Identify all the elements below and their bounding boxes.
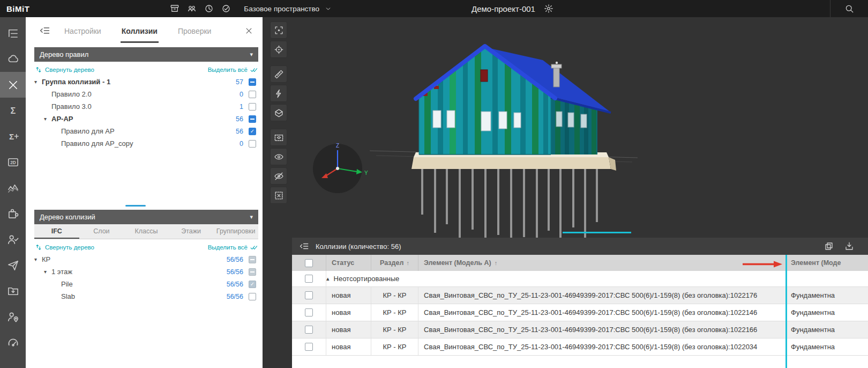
sort-asc-icon: ↑ [495,260,498,266]
search-button[interactable] [842,2,856,16]
node-checkbox[interactable] [249,281,256,288]
node-checkbox[interactable] [249,103,256,111]
team-button[interactable] [185,2,199,16]
rail-collision-button[interactable] [0,72,26,98]
collision-tree-node[interactable]: КР 56/56 [34,253,258,266]
section-bolt-button[interactable] [270,85,287,102]
workspace-label: Базовое пространство [244,5,319,13]
node-count: 56/56 [227,293,243,300]
collisions-tree-tab[interactable]: Группировки [213,224,258,239]
rules-tree-header[interactable]: Дерево правил ▾ [34,47,258,62]
rule-tree-node[interactable]: Правило для АР 56 [34,125,258,137]
collision-tree-node[interactable]: 1 этаж 56/56 [34,266,258,278]
export-button[interactable] [843,240,855,252]
node-checkbox[interactable] [249,293,256,300]
collapse-tree-link[interactable]: Свернуть дерево [35,244,94,251]
collisions-tree-tab[interactable]: Слои [79,224,124,239]
target-button[interactable] [270,41,287,58]
node-checkbox[interactable] [249,268,256,276]
measure-button[interactable] [270,65,287,83]
node-checkbox[interactable] [249,78,256,86]
cell-element-b: Фундаментна [785,321,868,338]
column-element-b[interactable]: Элемент (Моде [785,255,868,271]
select-all-checkbox[interactable] [305,259,313,267]
panel-tab[interactable]: Коллизии [121,19,159,43]
history-button[interactable] [202,2,216,16]
topbar-right [830,0,868,17]
rule-tree-node[interactable]: Правило 3.0 1 [34,100,258,113]
rail-model-tree-button[interactable] [0,20,26,46]
cell-element-a: Свая_Винтовая_СВС_по_ТУ_25-11-23-001-469… [418,287,785,304]
rail-sum-plus-button[interactable] [0,123,26,149]
compare-button[interactable] [823,240,835,252]
group-label: Неотсортированные [334,275,400,283]
rule-tree-node[interactable]: Группа коллизий - 1 57 [34,76,258,88]
collision-tree-node[interactable]: Pile 56/56 [34,278,258,290]
panel-tabs-row: НастройкиКоллизииПроверки [26,17,263,44]
node-label: Pile [61,280,73,288]
collisions-tree-tab[interactable]: Этажи [169,224,214,239]
select-all-link[interactable]: Выделить всё [208,244,257,251]
column-element-a[interactable]: Элемент (Модель А)↑ [418,255,785,271]
hide-button[interactable] [270,167,287,185]
rule-tree-node[interactable]: АР-АР 56 [34,113,258,125]
panel-tab[interactable]: Настройки [63,19,102,43]
section-box-button[interactable] [270,104,287,121]
rail-user-pin-button[interactable] [0,304,26,329]
rail-2d-button[interactable] [0,149,26,175]
collapse-group-icon[interactable]: ▴ [326,275,330,282]
clip-cube-button[interactable] [270,129,287,146]
row-checkbox[interactable] [305,343,313,351]
panel-tab[interactable]: Проверки [177,19,212,43]
rail-user-check-button[interactable] [0,226,26,252]
table-row[interactable]: новая КР - КР Свая_Винтовая_СВС_по_ТУ_25… [292,321,868,338]
rules-tree-toolbar: Свернуть дерево Выделить всё [34,62,258,76]
collision-tree-node[interactable]: Slab 56/56 [34,290,258,303]
navigation-orb[interactable]: Z Y [313,143,368,193]
panel-resize-handle[interactable] [563,232,631,233]
show-button[interactable] [270,148,287,165]
row-checkbox[interactable] [305,291,313,299]
table-row[interactable]: новая КР - КР Свая_Винтовая_СВС_по_ТУ_25… [292,287,868,304]
group-row[interactable]: ▴ Неотсортированные [292,271,868,287]
node-checkbox[interactable] [249,115,256,123]
collapse-panel-button[interactable] [39,24,51,37]
fit-view-button[interactable] [270,21,287,39]
rail-cloud-sync-button[interactable] [0,46,26,72]
collapse-tree-link[interactable]: Свернуть дерево [35,67,94,73]
workspace-selector[interactable]: Базовое пространство [244,5,332,13]
collisions-tree-header[interactable]: Дерево коллизий ▾ [34,210,258,224]
horizontal-scrollbar-thumb[interactable] [125,205,146,207]
tree-caret-icon [44,116,51,122]
table-row[interactable]: новая КР - КР Свая_Винтовая_СВС_по_ТУ_25… [292,338,868,356]
archive-button[interactable] [168,2,182,16]
node-checkbox[interactable] [249,128,256,135]
project-settings-button[interactable] [542,2,556,16]
column-section[interactable]: Раздел↑ [371,255,418,271]
validate-button[interactable] [219,2,233,16]
rail-send-button[interactable] [0,252,26,278]
rail-sum-button[interactable] [0,98,26,123]
column-status[interactable]: Статус [326,255,371,271]
group-checkbox[interactable] [305,275,313,283]
rule-tree-node[interactable]: Правило для АР_copy 0 [34,137,258,150]
rail-gauge-button[interactable] [0,329,26,355]
viewport[interactable]: Z Y [263,17,868,368]
rail-folder-export-button[interactable] [0,278,26,304]
close-panel-button[interactable] [242,24,255,37]
row-checkbox[interactable] [305,326,313,334]
rule-tree-node[interactable]: Правило 2.0 0 [34,88,258,100]
node-checkbox[interactable] [249,140,256,148]
rail-puzzle-button[interactable] [0,201,26,226]
select-all-link[interactable]: Выделить всё [208,67,257,73]
node-checkbox[interactable] [249,256,256,263]
table-menu-button[interactable] [298,240,310,252]
collisions-tree-tab[interactable]: Классы [124,224,169,239]
deselect-button[interactable] [270,187,287,204]
row-checkbox[interactable] [305,308,313,317]
column-resize-divider[interactable] [785,255,787,368]
collisions-tree-tab[interactable]: IFC [34,224,79,239]
node-checkbox[interactable] [249,91,256,98]
table-row[interactable]: новая КР - КР Свая_Винтовая_СВС_по_ТУ_25… [292,304,868,321]
rail-graph-button[interactable] [0,175,26,201]
